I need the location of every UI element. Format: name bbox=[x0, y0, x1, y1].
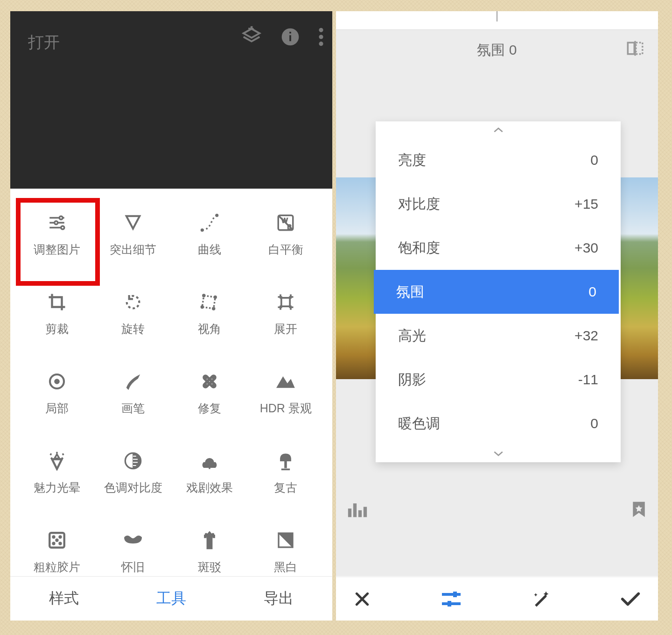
tune-icon[interactable] bbox=[440, 590, 462, 608]
tool-perspective[interactable]: 视角 bbox=[171, 282, 248, 357]
param-value: 0 bbox=[590, 152, 598, 168]
action-bar bbox=[336, 577, 658, 621]
drama-icon bbox=[200, 452, 219, 472]
tool-label: 色调对比度 bbox=[104, 480, 162, 495]
magic-icon[interactable] bbox=[531, 589, 551, 609]
tool-drama[interactable]: 戏剧效果 bbox=[171, 441, 248, 515]
current-param-title: 氛围 0 bbox=[477, 41, 517, 60]
tool-curves[interactable]: 曲线 bbox=[171, 203, 248, 277]
svg-rect-41 bbox=[628, 42, 634, 54]
svg-point-25 bbox=[211, 378, 213, 380]
curves-icon bbox=[200, 213, 219, 234]
param-row-highlights[interactable]: 高光 +32 bbox=[376, 314, 621, 358]
tool-label: 视角 bbox=[198, 321, 221, 337]
param-row-contrast[interactable]: 对比度 +15 bbox=[376, 182, 621, 226]
svg-rect-47 bbox=[453, 592, 457, 597]
param-row-saturation[interactable]: 饱和度 +30 bbox=[376, 226, 621, 270]
svg-point-4 bbox=[319, 35, 323, 39]
grunge-icon bbox=[201, 530, 218, 552]
tab-style[interactable]: 样式 bbox=[10, 577, 118, 621]
cancel-button[interactable] bbox=[353, 590, 371, 608]
canvas-toolbar bbox=[336, 488, 658, 532]
svg-point-6 bbox=[59, 216, 63, 219]
svg-point-24 bbox=[211, 383, 213, 385]
tool-label: 斑驳 bbox=[198, 559, 221, 575]
compare-icon[interactable] bbox=[625, 39, 645, 62]
param-row-brightness[interactable]: 亮度 0 bbox=[376, 138, 621, 182]
selective-icon bbox=[48, 372, 66, 393]
svg-rect-44 bbox=[353, 503, 357, 517]
param-value: +32 bbox=[574, 328, 598, 344]
apply-button[interactable] bbox=[620, 591, 641, 607]
bw-icon bbox=[276, 531, 295, 551]
param-label: 氛围 bbox=[396, 282, 424, 302]
tool-hdr[interactable]: HDR 景观 bbox=[248, 361, 324, 436]
slider-ruler[interactable] bbox=[336, 11, 658, 30]
left-screen: 打开 调整图片 突出细节 bbox=[10, 11, 332, 621]
more-icon[interactable] bbox=[318, 27, 324, 49]
svg-point-9 bbox=[201, 229, 203, 231]
tool-rotate[interactable]: 旋转 bbox=[95, 282, 172, 357]
tool-crop[interactable]: 剪裁 bbox=[19, 282, 95, 357]
param-label: 暖色调 bbox=[398, 414, 440, 433]
tool-expand[interactable]: 展开 bbox=[248, 282, 324, 357]
edit-header: 氛围 0 bbox=[336, 30, 658, 70]
tool-label: 白平衡 bbox=[268, 242, 303, 257]
tool-label: 戏剧效果 bbox=[186, 480, 233, 495]
tool-wb[interactable]: WB 白平衡 bbox=[248, 203, 324, 277]
tab-tools[interactable]: 工具 bbox=[118, 577, 225, 621]
param-label: 亮度 bbox=[398, 151, 426, 170]
tool-label: 修复 bbox=[198, 401, 221, 416]
tool-label: 粗粒胶片 bbox=[34, 559, 80, 575]
tool-label: 剪裁 bbox=[45, 321, 69, 337]
param-label: 饱和度 bbox=[398, 239, 440, 258]
tab-export[interactable]: 导出 bbox=[225, 577, 332, 621]
tool-selective[interactable]: 局部 bbox=[19, 361, 95, 436]
expand-icon bbox=[275, 292, 296, 314]
layers-icon[interactable] bbox=[241, 26, 262, 49]
tool-label: 旋转 bbox=[121, 321, 145, 337]
rotate-icon bbox=[124, 293, 142, 313]
svg-rect-39 bbox=[213, 535, 215, 538]
chevron-up-icon[interactable] bbox=[376, 121, 621, 138]
param-label: 高光 bbox=[398, 326, 426, 346]
svg-rect-2 bbox=[289, 32, 291, 34]
svg-point-22 bbox=[209, 381, 210, 382]
tool-vintage[interactable]: 复古 bbox=[248, 441, 324, 515]
param-row-shadows[interactable]: 阴影 -11 bbox=[376, 358, 621, 402]
tool-label: 画笔 bbox=[121, 401, 145, 416]
param-value: 0 bbox=[588, 284, 596, 300]
tool-brush[interactable]: 画笔 bbox=[95, 361, 172, 436]
svg-rect-42 bbox=[636, 42, 643, 54]
tool-tune[interactable]: 调整图片 bbox=[19, 203, 95, 277]
tool-label: 突出细节 bbox=[110, 242, 156, 257]
chevron-down-icon[interactable] bbox=[376, 445, 621, 462]
info-icon[interactable] bbox=[280, 27, 301, 49]
bookmark-icon[interactable] bbox=[631, 500, 647, 521]
tool-details[interactable]: 突出细节 bbox=[95, 203, 172, 277]
svg-point-17 bbox=[201, 306, 203, 309]
svg-point-30 bbox=[52, 536, 55, 538]
tool-label: 黑白 bbox=[274, 559, 297, 575]
param-value: 0 bbox=[590, 416, 598, 431]
tool-label: 局部 bbox=[45, 401, 69, 416]
details-icon bbox=[124, 214, 142, 233]
tool-glamour[interactable]: 魅力光晕 bbox=[19, 441, 95, 515]
tool-tonal[interactable]: 色调对比度 bbox=[95, 441, 172, 515]
param-row-warmth[interactable]: 暖色调 0 bbox=[376, 402, 621, 445]
svg-rect-46 bbox=[364, 507, 367, 517]
tool-label: 调整图片 bbox=[34, 242, 80, 257]
param-panel: 亮度 0 对比度 +15 饱和度 +30 氛围 0 高光 +32 bbox=[376, 121, 621, 462]
edit-canvas[interactable]: 亮度 0 对比度 +15 饱和度 +30 氛围 0 高光 +32 bbox=[336, 70, 658, 576]
open-button[interactable]: 打开 bbox=[28, 32, 60, 53]
svg-point-34 bbox=[59, 542, 62, 545]
tool-healing[interactable]: 修复 bbox=[171, 361, 248, 436]
tool-label: HDR 景观 bbox=[260, 401, 312, 416]
grainy-icon bbox=[47, 530, 67, 552]
param-row-ambiance[interactable]: 氛围 0 bbox=[374, 270, 619, 314]
tool-grid: 调整图片 突出细节 曲线 WB 白平衡 剪裁 旋转 bbox=[10, 189, 332, 595]
wb-icon: WB bbox=[276, 213, 295, 234]
param-label: 对比度 bbox=[398, 195, 440, 214]
histogram-icon[interactable] bbox=[347, 501, 368, 519]
svg-point-10 bbox=[216, 214, 218, 217]
